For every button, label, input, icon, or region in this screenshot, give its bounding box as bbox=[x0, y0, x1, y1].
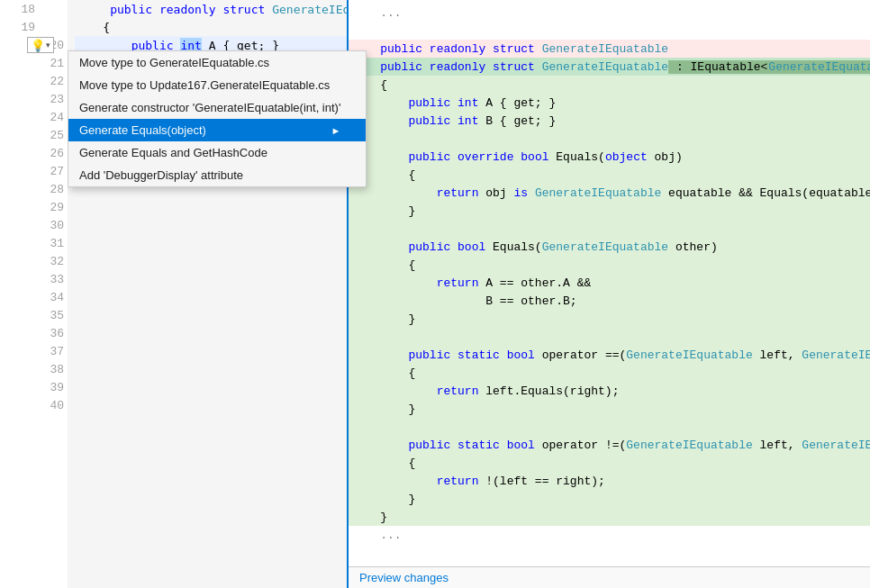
code-and-overlays: public readonly struct GenerateIEquatabl… bbox=[68, 0, 870, 588]
preview-line-brace-open: { bbox=[349, 76, 870, 94]
line-num-34: 34 bbox=[42, 291, 64, 304]
menu-item-gen-equals[interactable]: Generate Equals(object) ► bbox=[68, 119, 366, 141]
line-num-21: 21 bbox=[42, 57, 64, 70]
gutter-row-22: 22 bbox=[0, 72, 68, 90]
preview-line-brace6: { bbox=[349, 364, 870, 382]
gutter-row-36: 36 bbox=[0, 324, 68, 342]
preview-line-blank1 bbox=[349, 22, 870, 40]
preview-line-blank5 bbox=[349, 418, 870, 436]
context-menu: Move type to GenerateIEquatable.cs Move … bbox=[68, 50, 367, 187]
menu-item-gen-equals-hash[interactable]: Generate Equals and GetHashCode bbox=[68, 141, 366, 164]
preview-line-brace7: } bbox=[349, 400, 870, 418]
preview-line-override-equals: public override bool Equals(object obj) bbox=[349, 148, 870, 166]
line-num-18: 18 bbox=[14, 3, 35, 16]
gutter-row-29: 29 bbox=[0, 198, 68, 216]
preview-line-int-b: public int B { get; } bbox=[349, 112, 870, 130]
line-num-32: 32 bbox=[42, 255, 64, 268]
gutter-row-21: 21 bbox=[0, 54, 68, 72]
gutter-row-40: 40 bbox=[0, 396, 68, 414]
preview-line-return-b: B == other.B; bbox=[349, 292, 870, 310]
menu-item-move-type-update[interactable]: Move type to Update167.GenerateIEquatabl… bbox=[68, 74, 366, 96]
gutter-row-27: 27 bbox=[0, 162, 68, 180]
preview-line-return-obj: return obj is GenerateIEquatable equatab… bbox=[349, 184, 870, 202]
gutter-row-20: 20 💡 ▾ bbox=[0, 36, 68, 54]
gutter-row-28: 28 bbox=[0, 180, 68, 198]
dropdown-arrow-icon: ▾ bbox=[46, 41, 50, 50]
line-num-27: 27 bbox=[42, 165, 64, 178]
preview-line-op-eq: public static bool operator ==(GenerateI… bbox=[349, 346, 870, 364]
preview-line-brace2: { bbox=[349, 166, 870, 184]
gutter-row-38: 38 bbox=[0, 360, 68, 378]
lightbulb-button[interactable]: 💡 ▾ bbox=[27, 37, 54, 53]
line-num-30: 30 bbox=[42, 219, 64, 232]
line-num-22: 22 bbox=[42, 75, 64, 88]
preview-line-op-neq: public static bool operator !=(GenerateI… bbox=[349, 436, 870, 454]
menu-item-gen-equals-label: Generate Equals(object) bbox=[79, 123, 206, 137]
line-num-25: 25 bbox=[42, 129, 64, 142]
gutter-row-30: 30 bbox=[0, 216, 68, 234]
line-num-23: 23 bbox=[42, 93, 64, 106]
gutter-row-26: 26 bbox=[0, 144, 68, 162]
gutter-row-23: 23 bbox=[0, 90, 68, 108]
preview-line-brace3: } bbox=[349, 202, 870, 220]
kw-struct: struct bbox=[222, 3, 265, 16]
gutter-row-32: 32 bbox=[0, 252, 68, 270]
line-num-24: 24 bbox=[42, 111, 64, 124]
preview-panel: ... public readonly struct GenerateIEqua… bbox=[347, 0, 870, 588]
gutter-row-25: 25 bbox=[0, 126, 68, 144]
preview-line-return-not: return !(left == right); bbox=[349, 472, 870, 490]
line-num-28: 28 bbox=[42, 183, 64, 196]
preview-line-blank3 bbox=[349, 220, 870, 238]
gutter-row-34: 34 bbox=[0, 288, 68, 306]
preview-line-added-struct: public readonly struct GenerateIEquatabl… bbox=[349, 58, 870, 76]
gutter-row-18: 18 bbox=[0, 0, 68, 18]
preview-line-blank4 bbox=[349, 328, 870, 346]
preview-line-return-left: return left.Equals(right); bbox=[349, 382, 870, 400]
line-num-29: 29 bbox=[42, 201, 64, 214]
preview-line-removed-struct: public readonly struct GenerateIEquatabl… bbox=[349, 40, 870, 58]
line-num-35: 35 bbox=[42, 309, 64, 322]
line-num-40: 40 bbox=[42, 399, 64, 412]
preview-line-brace10: } bbox=[349, 508, 870, 526]
kw-readonly: readonly bbox=[159, 3, 216, 16]
preview-code-area: ... public readonly struct GenerateIEqua… bbox=[349, 0, 870, 566]
line-num-38: 38 bbox=[42, 363, 64, 376]
line-num-39: 39 bbox=[42, 381, 64, 394]
line-number-gutter: 18 19 20 💡 ▾ 21 22 23 24 bbox=[0, 0, 68, 588]
preview-line-brace4: { bbox=[349, 256, 870, 274]
line-num-26: 26 bbox=[42, 147, 64, 160]
lightbulb-icon: 💡 bbox=[31, 39, 45, 52]
menu-submenu-arrow-icon: ► bbox=[331, 125, 341, 136]
editor-window: 18 19 20 💡 ▾ 21 22 23 24 bbox=[0, 0, 870, 588]
preview-line-bool-equals: public bool Equals(GenerateIEquatable ot… bbox=[349, 238, 870, 256]
gutter-row-37: 37 bbox=[0, 342, 68, 360]
gutter-row-19: 19 bbox=[0, 18, 68, 36]
preview-line-1: ... bbox=[349, 4, 870, 22]
gutter-row-31: 31 bbox=[0, 234, 68, 252]
kw-public: public bbox=[110, 3, 152, 16]
menu-item-gen-constructor[interactable]: Generate constructor 'GenerateIEquatable… bbox=[68, 96, 366, 119]
preview-line-blank2 bbox=[349, 130, 870, 148]
preview-line-end: ... bbox=[349, 526, 870, 544]
gutter-row-24: 24 bbox=[0, 108, 68, 126]
menu-item-move-type[interactable]: Move type to GenerateIEquatable.cs bbox=[68, 51, 366, 74]
line-num-19: 19 bbox=[14, 21, 35, 34]
preview-line-brace8: { bbox=[349, 454, 870, 472]
preview-line-return-a: return A == other.A && bbox=[349, 274, 870, 292]
gutter-row-35: 35 bbox=[0, 306, 68, 324]
preview-changes-link[interactable]: Preview changes bbox=[359, 571, 449, 584]
line-num-31: 31 bbox=[42, 237, 64, 250]
preview-line-int-a: public int A { get; } bbox=[349, 94, 870, 112]
line-num-33: 33 bbox=[42, 273, 64, 286]
preview-footer[interactable]: Preview changes bbox=[349, 566, 870, 588]
preview-line-brace9: } bbox=[349, 490, 870, 508]
menu-item-add-debugger[interactable]: Add 'DebuggerDisplay' attribute bbox=[68, 164, 366, 186]
preview-line-brace5: } bbox=[349, 310, 870, 328]
line-num-36: 36 bbox=[42, 327, 64, 340]
gutter-row-33: 33 bbox=[0, 270, 68, 288]
line-num-37: 37 bbox=[42, 345, 64, 358]
gutter-row-39: 39 bbox=[0, 378, 68, 396]
